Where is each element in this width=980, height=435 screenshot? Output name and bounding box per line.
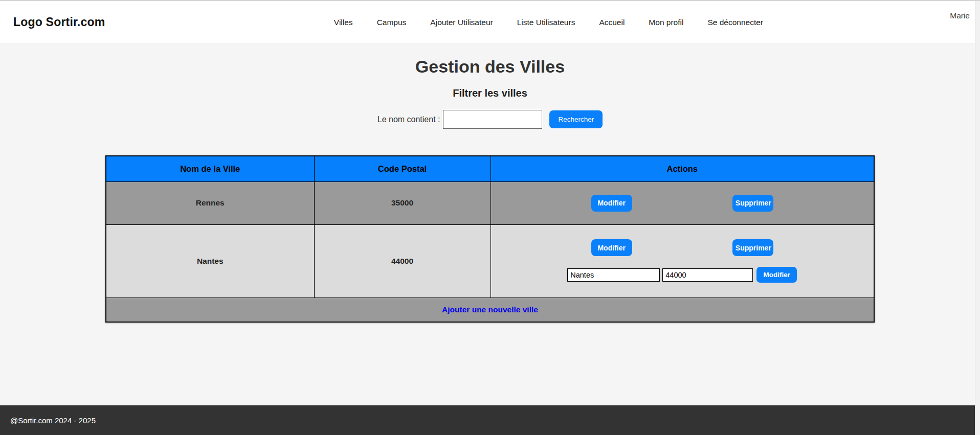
actions-cell: Modifier Supprimer [491,181,874,224]
supprimer-button[interactable]: Supprimer [732,195,773,212]
nav-item-ajouter-utilisateur[interactable]: Ajouter Utilisateur [430,18,493,27]
nav-item-se-deconnecter[interactable]: Se déconnecter [707,18,763,27]
nav-item-liste-utilisateurs[interactable]: Liste Utilisateurs [517,18,575,27]
nav-item-accueil[interactable]: Accueil [599,18,625,27]
nav-item-mon-profil[interactable]: Mon profil [649,18,683,27]
edit-postal-code-input[interactable] [662,268,753,282]
filter-form: Le nom contient : Rechercher [0,110,980,129]
app-logo: Logo Sortir.com [13,15,105,29]
filter-heading: Filtrer les villes [0,87,980,99]
table-row: Nantes 44000 Modifier Supprimer Modifier [106,224,874,297]
top-navbar: Logo Sortir.com Villes Campus Ajouter Ut… [0,1,980,44]
supprimer-button[interactable]: Supprimer [732,239,773,256]
city-name-cell: Nantes [106,224,314,297]
column-header-code-postal: Code Postal [314,156,491,181]
search-button[interactable]: Rechercher [549,110,603,128]
inline-edit-form: Modifier [491,267,874,283]
city-name-cell: Rennes [106,181,314,224]
modifier-button[interactable]: Modifier [591,239,632,256]
nav-item-campus[interactable]: Campus [377,18,407,27]
table-row: Rennes 35000 Modifier Supprimer [106,181,874,224]
postal-code-cell: 44000 [314,224,491,297]
scrollbar-track[interactable] [975,1,980,435]
edit-city-name-input[interactable] [567,268,660,282]
modifier-button[interactable]: Modifier [591,195,632,212]
column-header-actions: Actions [491,156,874,181]
actions-cell: Modifier Supprimer Modifier [491,224,874,297]
logged-in-username: Marie [950,11,970,20]
page-title: Gestion des Villes [0,57,980,77]
nav-item-villes[interactable]: Villes [334,18,353,27]
table-footer-row: Ajouter une nouvelle ville [106,297,874,322]
filter-label: Le nom contient : [377,115,440,124]
postal-code-cell: 35000 [314,181,491,224]
add-city-link[interactable]: Ajouter une nouvelle ville [442,305,538,314]
table-header-row: Nom de la Ville Code Postal Actions [106,156,874,181]
edit-submit-button[interactable]: Modifier [756,267,797,283]
villes-table: Nom de la Ville Code Postal Actions Renn… [105,155,875,323]
column-header-nom: Nom de la Ville [106,156,314,181]
copyright-text: @Sortir.com 2024 - 2025 [10,416,96,425]
site-footer: @Sortir.com 2024 - 2025 [0,405,980,435]
main-content: Gestion des Villes Filtrer les villes Le… [0,57,980,323]
filter-name-input[interactable] [443,110,542,129]
main-navigation: Villes Campus Ajouter Utilisateur Liste … [334,18,763,27]
